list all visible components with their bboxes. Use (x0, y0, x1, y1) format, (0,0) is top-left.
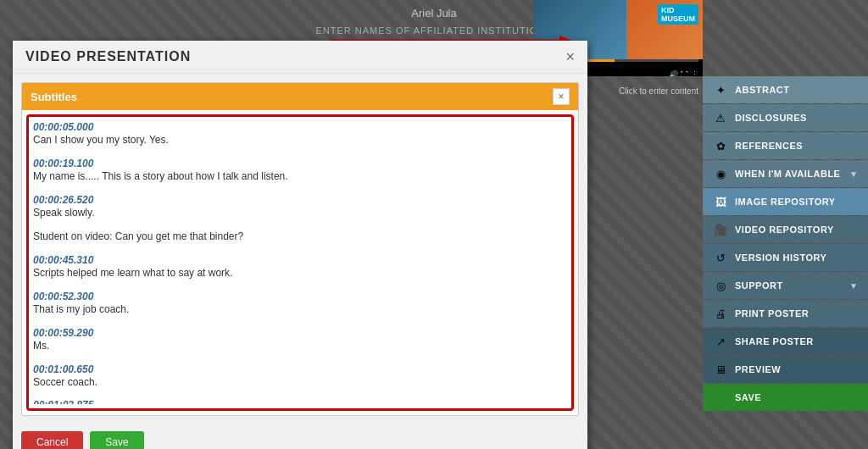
disclosures-icon: ⚠ (713, 112, 728, 125)
when-available-icon: ◉ (713, 168, 728, 180)
sidebar-item-label-preview: PREVIEW (735, 364, 781, 374)
more-icon[interactable]: ⋮ (691, 70, 698, 76)
subtitle-entry: 00:01:03.875She told me how I do too. I … (33, 399, 563, 404)
sidebar-section-share-poster: ↗SHARE POSTER (703, 328, 868, 355)
subtitles-panel: Subtitles × 00:00:05.000Can I show you m… (21, 82, 579, 416)
sidebar-item-image-repository[interactable]: 🖼IMAGE REPOSITORY (703, 188, 868, 215)
subtitle-text: Ms. (33, 339, 563, 353)
volume-icon[interactable]: 🔊 (669, 70, 678, 76)
modal-header: VIDEO PRESENTATION × (13, 41, 587, 74)
subtitle-entry: 00:00:52.300That is my job coach. (33, 291, 563, 317)
subtitle-time: 00:00:45.310 (33, 254, 563, 266)
version-history-icon: ↺ (713, 252, 728, 264)
subtitle-time: 00:00:19.100 (33, 158, 563, 169)
sidebar-item-label-references: REFERENCES (735, 141, 803, 151)
abstract-icon: ✦ (713, 84, 728, 97)
sidebar-section-disclosures: ⚠DISCLOSURES (703, 104, 868, 131)
save-button[interactable]: Save (90, 431, 143, 449)
sidebar-item-label-disclosures: DISCLOSURES (735, 113, 807, 123)
subtitle-time: 00:00:52.300 (33, 291, 563, 302)
sidebar-item-label-share-poster: SHARE POSTER (735, 336, 814, 346)
sidebar-item-support[interactable]: ◎SUPPORT▼ (703, 272, 868, 299)
modal-close-button[interactable]: × (565, 49, 575, 64)
modal-title: VIDEO PRESENTATION (25, 49, 191, 64)
sidebar-section-version-history: ↺VERSION HISTORY (703, 244, 868, 271)
video-repository-icon: 🎥 (713, 224, 728, 236)
sidebar-item-video-repository[interactable]: 🎥VIDEO REPOSITORY (703, 216, 868, 243)
sidebar-item-label-abstract: ABSTRACT (735, 85, 790, 95)
subtitle-time: 00:00:26.520 (33, 194, 563, 206)
sidebar-item-label-image-repository: IMAGE REPOSITORY (735, 197, 836, 207)
sidebar-section-abstract: ✦ABSTRACT (703, 76, 868, 103)
subtitle-entry: 00:01:00.650Soccer coach. (33, 363, 563, 390)
subtitle-entry: 00:00:26.520Speak slowly. (33, 194, 563, 220)
sidebar-item-when-available[interactable]: ◉WHEN I'M AVAILABLE▼ (703, 160, 868, 187)
subtitle-time: 00:00:05.000 (33, 121, 563, 133)
support-icon: ◎ (713, 280, 728, 292)
sidebar-item-share-poster[interactable]: ↗SHARE POSTER (703, 328, 868, 355)
subtitles-title: Subtitles (31, 91, 77, 103)
sidebar-section-image-repository: 🖼IMAGE REPOSITORY (703, 188, 868, 215)
video-icon-group: 🔊 ⛶ ⋮ (669, 70, 698, 76)
sidebar-item-preview[interactable]: 🖥PREVIEW (703, 356, 868, 383)
subtitle-text: Scripts helped me learn what to say at w… (33, 266, 563, 280)
sidebar-item-references[interactable]: ✿REFERENCES (703, 132, 868, 159)
preview-icon: 🖥 (713, 363, 728, 376)
subtitle-text: That is my job coach. (33, 302, 563, 317)
subtitle-text: My name is..... This is a story about ho… (33, 169, 563, 184)
sidebar-item-save[interactable]: SAVE (703, 384, 868, 411)
sidebar-section-save: SAVE (703, 384, 868, 411)
cancel-button[interactable]: Cancel (21, 431, 83, 449)
subtitle-text: Can I show you my story. Yes. (33, 133, 563, 147)
subtitle-entry: Student on video: Can you get me that bi… (33, 230, 563, 244)
sidebar-section-video-repository: 🎥VIDEO REPOSITORY (703, 216, 868, 243)
subtitle-text: Speak slowly. (33, 206, 563, 220)
subtitle-entry: 00:00:05.000Can I show you my story. Yes… (33, 121, 563, 147)
modal-body: Subtitles × 00:00:05.000Can I show you m… (13, 74, 587, 424)
subtitle-text: Soccer coach. (33, 375, 563, 390)
subtitles-header: Subtitles × (22, 83, 578, 110)
sidebar-section-when-available: ◉WHEN I'M AVAILABLE▼ (703, 160, 868, 187)
user-name: Ariel Jula (411, 7, 456, 19)
subtitle-entry: 00:00:45.310Scripts helped me learn what… (33, 254, 563, 280)
references-icon: ✿ (713, 140, 728, 152)
sidebar-item-label-version-history: VERSION HISTORY (735, 252, 826, 263)
click-to-enter-hint: Click to enter content (615, 85, 703, 97)
kid-museum-badge: KIDMUSEUM (658, 4, 698, 25)
video-presentation-modal: VIDEO PRESENTATION × Subtitles × 00:00:0… (13, 41, 587, 449)
sidebar-section-references: ✿REFERENCES (703, 132, 868, 159)
sidebar-section-preview: 🖥PREVIEW (703, 356, 868, 383)
chevron-icon: ▼ (849, 281, 858, 291)
subtitles-red-border: 00:00:05.000Can I show you my story. Yes… (26, 114, 574, 411)
subtitle-time: 00:01:00.650 (33, 363, 563, 375)
sidebar-item-label-when-available: WHEN I'M AVAILABLE (735, 169, 840, 179)
subtitle-entry: 00:00:59.290Ms. (33, 327, 563, 353)
sidebar-item-abstract[interactable]: ✦ABSTRACT (703, 76, 868, 103)
top-bar: Ariel Jula (0, 0, 868, 25)
subtitles-scroll[interactable]: 00:00:05.000Can I show you my story. Yes… (33, 121, 567, 404)
fullscreen-icon[interactable]: ⛶ (681, 70, 688, 76)
sidebar-item-version-history[interactable]: ↺VERSION HISTORY (703, 244, 868, 271)
sidebar: ✦ABSTRACT⚠DISCLOSURES✿REFERENCES◉WHEN I'… (703, 76, 868, 412)
chevron-icon: ▼ (849, 169, 858, 179)
share-poster-icon: ↗ (713, 335, 728, 348)
subtitle-time: 00:00:59.290 (33, 327, 563, 339)
sidebar-item-print-poster[interactable]: 🖨PRINT POSTER (703, 300, 868, 327)
subtitles-close-button[interactable]: × (553, 88, 570, 105)
sidebar-item-label-save: SAVE (735, 392, 761, 402)
sidebar-item-label-print-poster: PRINT POSTER (735, 308, 809, 319)
modal-footer: Cancel Save (13, 424, 587, 449)
subtitles-content-wrapper: 00:00:05.000Can I show you my story. Yes… (22, 110, 578, 415)
print-poster-icon: 🖨 (713, 308, 728, 320)
subtitle-text: Student on video: Can you get me that bi… (33, 230, 563, 244)
sidebar-item-disclosures[interactable]: ⚠DISCLOSURES (703, 104, 868, 131)
sidebar-section-print-poster: 🖨PRINT POSTER (703, 300, 868, 327)
subtitle-time: 00:01:03.875 (33, 399, 563, 404)
image-repository-icon: 🖼 (713, 196, 728, 208)
subtitle-entry: 00:00:19.100My name is..... This is a st… (33, 158, 563, 184)
sidebar-item-label-video-repository: VIDEO REPOSITORY (735, 224, 834, 235)
sidebar-item-label-support: SUPPORT (735, 280, 783, 291)
sidebar-section-support: ◎SUPPORT▼ (703, 272, 868, 299)
